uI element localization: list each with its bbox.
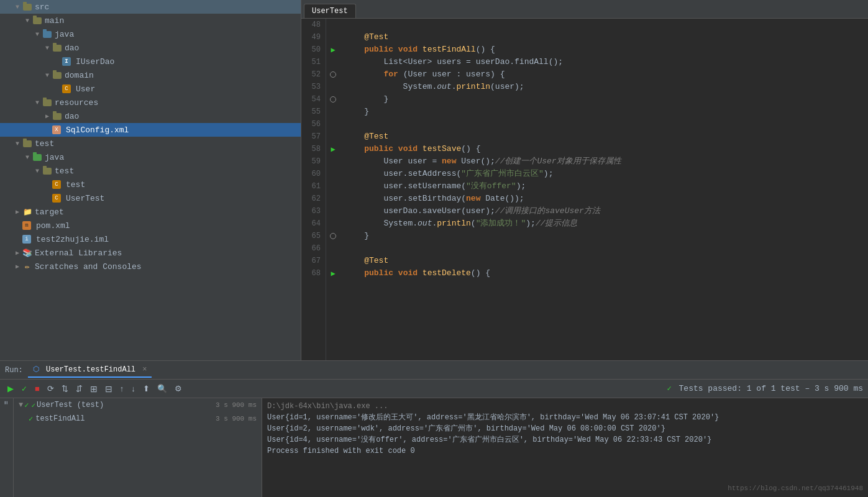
run-tree-usertest[interactable]: ▼ ✓ ✓ UserTest (test) 3 s 900 ms	[14, 398, 262, 412]
export-button[interactable]: ⬆	[140, 383, 152, 394]
expand-button[interactable]: ⊞	[88, 383, 100, 395]
tree-item-test-class[interactable]: C test	[0, 178, 301, 191]
code-line-51: List<User> users = userDao.findAll();	[345, 56, 863, 68]
console-line-1: User{id=1, username='修改后的王大可', address='…	[267, 412, 863, 423]
tree-item-domain[interactable]: domain	[0, 68, 301, 82]
label-pom: pom.xml	[36, 221, 70, 230]
arrow-domain	[42, 72, 52, 79]
left-side-icons: ≡	[0, 398, 14, 497]
xml-icon: X	[52, 125, 61, 134]
run-test-tree: ▼ ✓ ✓ UserTest (test) 3 s 900 ms ✓ testF…	[14, 398, 262, 497]
code-editor[interactable]: @Test public void testFindAll() { List<U…	[340, 19, 868, 360]
code-line-62: user.setBirthday(new Date());	[345, 193, 863, 205]
arrow-dao	[42, 45, 52, 52]
editor-area: UserTest 48 49 50 51 52 53 54 55 56 57 5…	[301, 0, 868, 360]
console-area: D:\jdk-64x\bin\java.exe ... User{id=1, u…	[262, 398, 868, 497]
run-icon-68[interactable]: ▶	[331, 269, 335, 278]
code-line-68: public void testDelete() {	[345, 267, 863, 280]
tree-item-resources[interactable]: resources	[0, 96, 301, 109]
settings-button[interactable]: ⚙	[172, 383, 185, 394]
gutter: ▶ ▶	[326, 19, 340, 360]
up-button[interactable]: ↑	[117, 383, 127, 394]
test-status-badge: ✓ Tests passed: 1 of 1 test – 3 s 900 ms	[667, 384, 864, 393]
arrow-test	[12, 140, 22, 147]
tree-item-java-test[interactable]: java	[0, 150, 301, 164]
run-stop-button[interactable]: ■	[32, 383, 42, 394]
run-check-button[interactable]: ✓	[19, 383, 30, 394]
label-domain: domain	[65, 71, 94, 80]
label-main: main	[45, 16, 64, 25]
check-icon-testfindall: ✓	[29, 414, 33, 424]
watermark: https://blog.csdn.net/qq374461948	[728, 485, 863, 492]
run-icon-58[interactable]: ▶	[331, 145, 335, 154]
code-line-61: user.setUsername("没有offer");	[345, 180, 863, 193]
run-rerun-button[interactable]: ⟳	[45, 383, 57, 394]
breakpoint-52	[330, 71, 336, 78]
code-line-48	[345, 19, 863, 31]
tree-item-test-sub[interactable]: test	[0, 164, 301, 178]
sort-asc-button[interactable]: ⇅	[59, 383, 71, 394]
tree-item-sqlconfig[interactable]: X SqlConfig.xml	[0, 123, 301, 137]
tree-item-extlib[interactable]: 📚 External Libraries	[0, 246, 301, 260]
run-tree-testfindall[interactable]: ✓ testFindAll 3 s 900 ms	[14, 412, 262, 426]
run-tab-active[interactable]: ⬡ UserTest.testFindAll ×	[28, 362, 152, 378]
folder-icon-dao-res	[52, 111, 62, 121]
line-numbers: 48 49 50 51 52 53 54 55 56 57 58 59 60 6…	[301, 19, 326, 360]
tree-item-pom[interactable]: m pom.xml	[0, 219, 301, 232]
pom-icon: m	[22, 221, 31, 230]
label-dao: dao	[65, 43, 79, 53]
tree-item-java[interactable]: java	[0, 27, 301, 41]
tree-item-main[interactable]: main	[0, 14, 301, 27]
arrow-java-test	[22, 154, 32, 161]
tree-item-src[interactable]: src	[0, 0, 301, 14]
iml-icon: i	[22, 235, 31, 244]
close-run-tab[interactable]: ×	[142, 365, 147, 374]
run-play-button[interactable]: ▶	[5, 383, 16, 394]
sort-desc-button[interactable]: ⇵	[73, 383, 85, 394]
editor-tab-usertest[interactable]: UserTest	[304, 4, 356, 18]
code-line-50: public void testFindAll() {	[345, 43, 863, 56]
run-content: ≡ ▼ ✓ ✓ UserTest (test) 3 s 900 ms ✓ tes…	[0, 398, 868, 497]
tree-item-user[interactable]: C User	[0, 82, 301, 96]
code-line-64: System.out.println("添加成功！");//提示信息	[345, 217, 863, 230]
scratches-icon: ✏	[22, 262, 32, 271]
arrow-test-sub	[32, 168, 42, 175]
collapse-button[interactable]: ⊟	[103, 383, 115, 395]
tree-item-scratches[interactable]: ✏ Scratches and Consoles	[0, 260, 301, 273]
console-output[interactable]: D:\jdk-64x\bin\java.exe ... User{id=1, u…	[262, 398, 868, 497]
java-icon-user: C	[62, 84, 71, 93]
code-line-63: userDao.saveUser(user);//调用接口的saveUser方法	[345, 205, 863, 217]
label-usertest: UserTest	[66, 194, 104, 203]
tree-item-test-folder[interactable]: test	[0, 137, 301, 150]
tree-item-dao-res[interactable]: dao	[0, 109, 301, 123]
code-line-67: @Test	[345, 255, 863, 267]
folder-icon-java	[42, 29, 52, 39]
code-line-58: public void testSave() {	[345, 143, 863, 155]
label-sqlconfig: SqlConfig.xml	[66, 125, 129, 135]
search-button[interactable]: 🔍	[155, 383, 170, 394]
tree-item-iuserdao[interactable]: I IUserDao	[0, 55, 301, 68]
label-resources: resources	[55, 98, 98, 107]
tree-item-usertest[interactable]: C UserTest	[0, 191, 301, 205]
folder-icon-test	[22, 139, 32, 148]
label-user: User	[76, 84, 95, 94]
console-line-2: User{id=2, username='wdk', address='广东省广…	[267, 423, 863, 434]
label-target: target	[35, 207, 64, 217]
breakpoint-65	[330, 233, 336, 239]
folder-icon-domain	[52, 70, 62, 80]
label-scratches: Scratches and Consoles	[35, 262, 142, 271]
run-icon-50[interactable]: ▶	[331, 45, 335, 55]
arrow-dao-res	[42, 112, 52, 120]
down-button[interactable]: ↓	[129, 383, 138, 394]
code-line-52: for (User user : users) {	[345, 68, 863, 81]
folder-icon-dao	[52, 43, 62, 53]
folder-icon-src	[22, 2, 32, 12]
arrow-java	[32, 31, 42, 38]
tree-item-target[interactable]: 📁 target	[0, 205, 301, 219]
code-line-55: }	[345, 106, 863, 118]
code-line-65: }	[345, 230, 863, 242]
tree-item-dao[interactable]: dao	[0, 41, 301, 55]
tree-item-iml[interactable]: i test2zhujie.iml	[0, 232, 301, 246]
arrow-main	[22, 17, 32, 24]
folder-icon-test-sub	[42, 166, 52, 176]
